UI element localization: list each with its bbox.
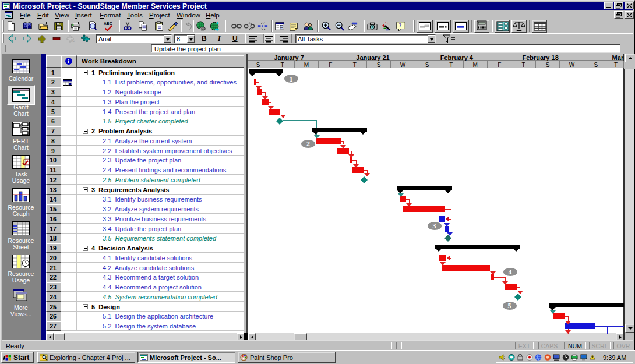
svg-text:?: ?	[399, 22, 402, 29]
svg-text:ABC: ABC	[104, 22, 112, 26]
svg-text:c: c	[72, 38, 75, 43]
